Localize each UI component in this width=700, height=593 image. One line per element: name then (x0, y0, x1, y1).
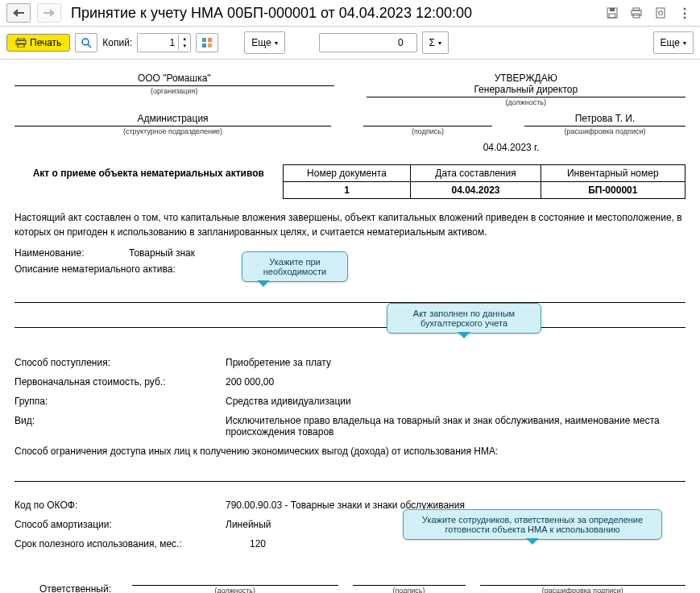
amort-label: Способ амортизации: (14, 519, 216, 530)
desc-label: Описание нематериального актива: (14, 263, 176, 275)
print-label: Печать (30, 37, 61, 48)
signature-line (363, 113, 492, 126)
val-date: 04.04.2023 (411, 182, 541, 199)
name-label: Наименование: (14, 247, 119, 259)
signature-sublabel: (подпись) (363, 127, 492, 135)
callout-1: Укажите при необходимости (242, 251, 348, 282)
sigma-button[interactable]: Σ▾ (422, 31, 449, 54)
resp-name-sub: (расшифровка подписи) (480, 587, 686, 593)
desc-line-1 (14, 289, 686, 303)
page-title: Принятие к учету НМА 00БП-000001 от 04.0… (68, 5, 597, 22)
preview-icon[interactable] (652, 4, 669, 22)
callout-2: Акт заполнен по данным бухгалтерского уч… (387, 303, 541, 334)
copies-up[interactable]: ▲ (178, 35, 190, 43)
method-value: Приобретение за плату (226, 357, 686, 368)
svg-point-11 (82, 39, 89, 45)
approve-label: УТВЕРЖДАЮ (367, 73, 686, 84)
col-date: Дата составления (411, 165, 541, 182)
menu-icon[interactable]: ⋮ (676, 4, 694, 22)
sum-input[interactable] (320, 35, 407, 51)
group-value: Средства идивидуализации (226, 396, 686, 407)
type-label: Вид: (14, 415, 216, 437)
okof-label: Код по ОКОФ: (14, 500, 216, 511)
svg-rect-6 (657, 8, 665, 18)
svg-point-7 (659, 11, 663, 15)
print-icon[interactable] (628, 4, 645, 22)
zoom-button[interactable] (75, 33, 97, 52)
date-value: 04.04.2023 г. (14, 142, 686, 153)
val-inv: БП-000001 (541, 182, 685, 199)
save-icon[interactable] (603, 4, 621, 22)
copies-down[interactable]: ▼ (178, 43, 190, 50)
cost-value: 200 000,00 (226, 376, 686, 388)
position-value: Генеральный директор (367, 84, 686, 97)
svg-line-12 (88, 44, 91, 48)
resp-position-line (132, 574, 338, 586)
resp-label: Ответственный: (14, 583, 118, 593)
group-label: Группа: (14, 396, 216, 407)
cost-label: Первоначальная стоимость, руб.: (14, 376, 216, 388)
desc-line-2 (14, 314, 686, 328)
settings-button[interactable] (196, 33, 218, 52)
sum-field[interactable] (319, 33, 417, 52)
callout-3: Укажите сотрудников, ответственных за оп… (403, 509, 662, 540)
svg-rect-15 (202, 44, 206, 48)
body-text: Настоящий акт составлен о том, что капит… (14, 210, 686, 239)
life-value: 120 (250, 538, 686, 549)
department-value: Администрация (14, 113, 331, 126)
svg-rect-13 (202, 38, 206, 42)
person-sublabel: (расшифровка подписи) (524, 127, 686, 135)
resp-sign-line (353, 574, 466, 586)
svg-rect-1 (610, 8, 615, 11)
resp-name-line (480, 574, 686, 586)
print-button[interactable]: Печать (6, 34, 70, 52)
header-table: Акт о приеме объекта нематериальных акти… (14, 164, 686, 199)
act-title: Акт о приеме объекта нематериальных акти… (14, 165, 283, 182)
type-value: Исключительное право владельца на товарн… (226, 415, 686, 437)
more-right-button[interactable]: Еще▾ (653, 31, 694, 54)
val-docnum: 1 (283, 182, 411, 199)
restrict-line (14, 468, 686, 482)
copies-label: Копий: (102, 37, 132, 48)
svg-rect-2 (609, 14, 615, 18)
resp-position-sub: (должность) (132, 587, 338, 593)
org-sublabel: (организация) (14, 87, 334, 95)
position-sublabel: (должность) (367, 98, 686, 106)
col-inv: Инвентарный номер (541, 165, 685, 182)
printer-icon (15, 38, 27, 48)
person-value: Петрова Т. И. (524, 113, 686, 126)
life-label: Срок полезного использования, мес.: (14, 538, 240, 549)
org-value: ООО "Ромашка" (14, 73, 334, 86)
copies-input[interactable] (138, 35, 178, 51)
method-label: Способ поступления: (14, 357, 216, 368)
restrict-label: Способ ограничения доступа иных лиц к по… (14, 446, 498, 457)
resp-sign-sub: (подпись) (353, 587, 466, 593)
svg-rect-14 (208, 38, 212, 42)
name-value: Товарный знак (129, 247, 686, 259)
department-sublabel: (структурное подразделение) (14, 127, 331, 135)
col-docnum: Номер документа (283, 165, 411, 182)
copies-spinner[interactable]: ▲ ▼ (137, 33, 191, 52)
svg-rect-16 (208, 44, 212, 48)
forward-button[interactable] (37, 3, 61, 23)
back-button[interactable] (6, 3, 31, 23)
more-left-button[interactable]: Еще▾ (244, 31, 284, 54)
